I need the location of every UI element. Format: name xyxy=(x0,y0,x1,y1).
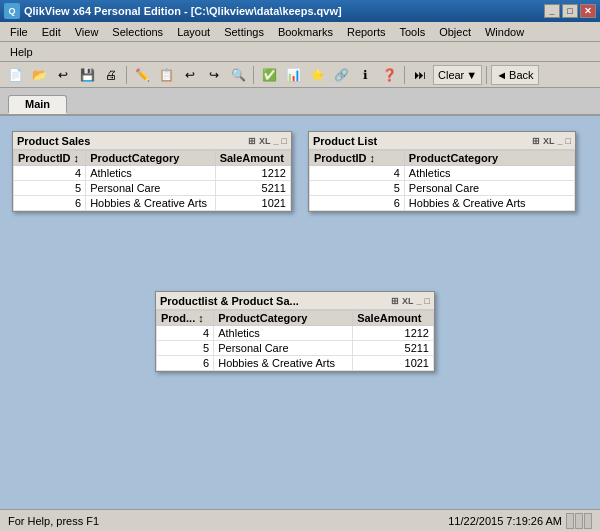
toolbar-info-button[interactable]: ℹ xyxy=(354,64,376,86)
pl-col-category: ProductCategory xyxy=(404,151,574,166)
menu-edit[interactable]: Edit xyxy=(36,25,67,39)
ps-min-btn[interactable]: _ xyxy=(274,136,279,146)
menu-selections[interactable]: Selections xyxy=(106,25,169,39)
ps-col-category: ProductCategory xyxy=(86,151,215,166)
product-list-title: Product List xyxy=(313,135,377,147)
scroll-thumb-1[interactable] xyxy=(566,513,574,529)
toolbar-new-button[interactable]: 📄 xyxy=(4,64,26,86)
pps-col-amount: SaleAmount xyxy=(353,311,434,326)
pps-xl-label[interactable]: XL xyxy=(402,296,414,306)
pl-max-btn[interactable]: □ xyxy=(566,136,571,146)
pps-row2-category: Personal Care xyxy=(214,341,353,356)
toolbar-skip-button[interactable]: ⏭ xyxy=(409,64,431,86)
product-sales-controls: ⊞ XL _ □ xyxy=(248,136,287,146)
title-buttons: _ □ ✕ xyxy=(544,4,596,18)
pps-row1-id: 4 xyxy=(157,326,214,341)
toolbar-check-button[interactable]: ✅ xyxy=(258,64,280,86)
tab-bar: Main xyxy=(0,88,600,116)
back-arrow-icon: ◄ xyxy=(496,69,507,81)
toolbar-save-button[interactable]: 💾 xyxy=(76,64,98,86)
pl-col-id: ProductID ↕ xyxy=(310,151,405,166)
scroll-thumb-3[interactable] xyxy=(584,513,592,529)
productlist-product-sa-title: Productlist & Product Sa... xyxy=(160,295,299,307)
close-button[interactable]: ✕ xyxy=(580,4,596,18)
toolbar-star-button[interactable]: ⭐ xyxy=(306,64,328,86)
toolbar-print-button[interactable]: 🖨 xyxy=(100,64,122,86)
pps-row-2: 5 Personal Care 5211 xyxy=(157,341,434,356)
pl-min-btn[interactable]: _ xyxy=(558,136,563,146)
pps-min-btn[interactable]: _ xyxy=(417,296,422,306)
pps-row1-amount: 1212 xyxy=(353,326,434,341)
toolbar-sep2 xyxy=(253,66,254,84)
pps-icon1[interactable]: ⊞ xyxy=(391,296,399,306)
menu-view[interactable]: View xyxy=(69,25,105,39)
ps-row3-category: Hobbies & Creative Arts xyxy=(86,196,215,211)
back-label: Back xyxy=(509,69,533,81)
menu-file[interactable]: File xyxy=(4,25,34,39)
toolbar-undo-button[interactable]: ↩ xyxy=(179,64,201,86)
window-title: QlikView x64 Personal Edition - [C:\Qlik… xyxy=(24,5,342,17)
main-content: Product Sales ⊞ XL _ □ ProductID ↕ Produ… xyxy=(0,116,600,531)
toolbar-help-button[interactable]: ❓ xyxy=(378,64,400,86)
pps-max-btn[interactable]: □ xyxy=(425,296,430,306)
ps-row1-category: Athletics xyxy=(86,166,215,181)
product-list-object: Product List ⊞ XL _ □ ProductID ↕ Produc… xyxy=(308,131,576,212)
toolbar-clear-button[interactable]: Clear ▼ xyxy=(433,65,482,85)
maximize-button[interactable]: □ xyxy=(562,4,578,18)
ps-icon1[interactable]: ⊞ xyxy=(248,136,256,146)
menu-help[interactable]: Help xyxy=(4,45,39,59)
ps-row-3: 6 Hobbies & Creative Arts 1021 xyxy=(14,196,291,211)
pl-row3-id: 6 xyxy=(310,196,405,211)
pl-row-1: 4 Athletics xyxy=(310,166,575,181)
product-list-header: Product List ⊞ XL _ □ xyxy=(309,132,575,150)
menu-object[interactable]: Object xyxy=(433,25,477,39)
toolbar-back-button[interactable]: ↩ xyxy=(52,64,74,86)
ps-max-btn[interactable]: □ xyxy=(282,136,287,146)
product-list-table: ProductID ↕ ProductCategory 4 Athletics … xyxy=(309,150,575,211)
ps-row1-id: 4 xyxy=(14,166,86,181)
ps-row-1: 4 Athletics 1212 xyxy=(14,166,291,181)
productlist-product-sa-table: Prod... ↕ ProductCategory SaleAmount 4 A… xyxy=(156,310,434,371)
toolbar-back-nav-button[interactable]: ◄ Back xyxy=(491,65,538,85)
pps-row2-id: 5 xyxy=(157,341,214,356)
toolbar-edit-button[interactable]: ✏️ xyxy=(131,64,153,86)
menu-layout[interactable]: Layout xyxy=(171,25,216,39)
toolbar-redo-button[interactable]: ↪ xyxy=(203,64,225,86)
ps-col-amount: SaleAmount xyxy=(215,151,290,166)
productlist-product-sa-object: Productlist & Product Sa... ⊞ XL _ □ Pro… xyxy=(155,291,435,372)
status-bar: For Help, press F1 11/22/2015 7:19:26 AM xyxy=(0,509,600,531)
clear-arrow-icon: ▼ xyxy=(466,69,477,81)
pl-xl-label[interactable]: XL xyxy=(543,136,555,146)
menu-settings[interactable]: Settings xyxy=(218,25,270,39)
title-bar: Q QlikView x64 Personal Edition - [C:\Ql… xyxy=(0,0,600,22)
toolbar-copy-button[interactable]: 📋 xyxy=(155,64,177,86)
pl-icon1[interactable]: ⊞ xyxy=(532,136,540,146)
status-right: 11/22/2015 7:19:26 AM xyxy=(448,513,592,529)
ps-col-id: ProductID ↕ xyxy=(14,151,86,166)
tab-main[interactable]: Main xyxy=(8,95,67,114)
clear-label: Clear xyxy=(438,69,464,81)
product-sales-object: Product Sales ⊞ XL _ □ ProductID ↕ Produ… xyxy=(12,131,292,212)
ps-xl-label[interactable]: XL xyxy=(259,136,271,146)
toolbar-link-button[interactable]: 🔗 xyxy=(330,64,352,86)
ps-row-2: 5 Personal Care 5211 xyxy=(14,181,291,196)
productlist-product-sa-controls: ⊞ XL _ □ xyxy=(391,296,430,306)
pps-col-category: ProductCategory xyxy=(214,311,353,326)
toolbar-search-button[interactable]: 🔍 xyxy=(227,64,249,86)
menu-bookmarks[interactable]: Bookmarks xyxy=(272,25,339,39)
product-sales-title: Product Sales xyxy=(17,135,90,147)
app-window: Q QlikView x64 Personal Edition - [C:\Ql… xyxy=(0,0,600,531)
toolbar-open-button[interactable]: 📂 xyxy=(28,64,50,86)
pps-row3-amount: 1021 xyxy=(353,356,434,371)
pps-col-prod: Prod... ↕ xyxy=(157,311,214,326)
menu-bar-row2: Help xyxy=(0,42,600,62)
minimize-button[interactable]: _ xyxy=(544,4,560,18)
menu-tools[interactable]: Tools xyxy=(393,25,431,39)
pl-row-2: 5 Personal Care xyxy=(310,181,575,196)
menu-reports[interactable]: Reports xyxy=(341,25,392,39)
scroll-thumb-2[interactable] xyxy=(575,513,583,529)
pl-row2-id: 5 xyxy=(310,181,405,196)
pps-row-1: 4 Athletics 1212 xyxy=(157,326,434,341)
menu-window[interactable]: Window xyxy=(479,25,530,39)
toolbar-chart-button[interactable]: 📊 xyxy=(282,64,304,86)
